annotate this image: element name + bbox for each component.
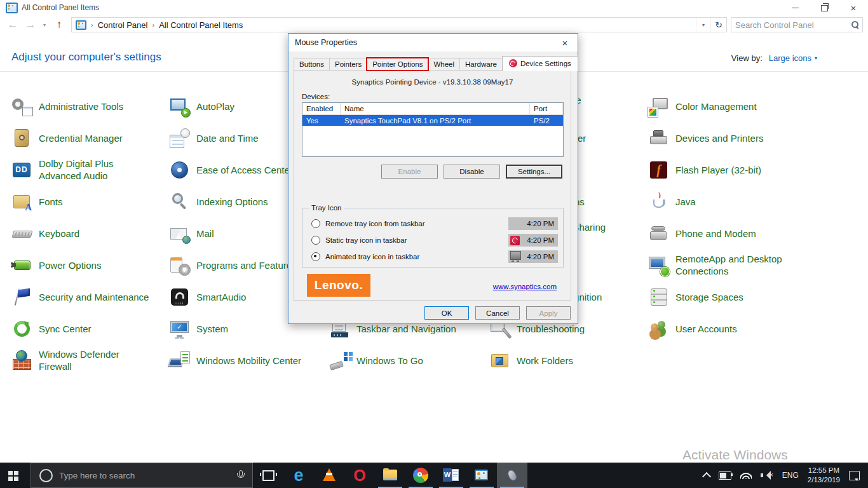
up-button[interactable]: ↑ bbox=[51, 15, 67, 34]
close-button[interactable]: × bbox=[839, 0, 868, 15]
tray-option-static-tray-icon-in-taskbar[interactable]: Static tray icon in taskbar4:20 PM bbox=[311, 234, 558, 247]
control-panel-item-windows-defender-firewall[interactable]: Windows Defender Firewall bbox=[11, 345, 169, 377]
task-view-button[interactable] bbox=[253, 463, 283, 488]
control-panel-item-label: Devices and Printers bbox=[675, 133, 763, 145]
control-panel-item-dolby-digital-plus-advanced-audio[interactable]: Dolby Digital Plus Advanced Audio bbox=[11, 154, 169, 186]
tab-pointer-options[interactable]: Pointer Options bbox=[367, 58, 428, 71]
taskbar-app-edge[interactable] bbox=[283, 463, 314, 488]
control-panel-item-windows-to-go[interactable]: Windows To Go bbox=[329, 345, 489, 377]
tab-buttons[interactable]: Buttons bbox=[294, 58, 330, 71]
control-panel-item-phone-and-modem[interactable]: Phone and Modem bbox=[648, 218, 815, 250]
enable-button[interactable]: Enable bbox=[381, 165, 438, 179]
phone-and-modem-icon bbox=[648, 223, 670, 245]
taskbar-app-cp[interactable] bbox=[466, 463, 497, 488]
action-center-button[interactable] bbox=[844, 463, 864, 488]
address-bar[interactable]: › Control Panel › All Control Panel Item… bbox=[71, 17, 727, 32]
control-panel-item-flash-player-32-bit[interactable]: Flash Player (32-bit) bbox=[648, 154, 815, 186]
microphone-icon[interactable] bbox=[236, 470, 245, 481]
taskbar-app-explorer[interactable] bbox=[375, 463, 405, 488]
control-panel-item-label: Power Options bbox=[39, 260, 101, 272]
taskbar-app-chrome[interactable] bbox=[405, 463, 436, 488]
wifi-status[interactable] bbox=[736, 463, 756, 488]
control-panel-item-fonts[interactable]: Fonts bbox=[11, 186, 169, 218]
task-view-icon bbox=[262, 470, 275, 481]
radio-checked[interactable] bbox=[311, 252, 320, 261]
apply-button[interactable]: Apply bbox=[526, 306, 571, 320]
chrome-icon bbox=[412, 467, 429, 484]
control-panel-item-color-management[interactable]: Color Management bbox=[648, 91, 815, 123]
tray-option-animated-tray-icon-in-taskbar[interactable]: Animated tray icon in taskbar4:20 PM bbox=[311, 250, 558, 263]
taskbar-apps bbox=[283, 463, 527, 488]
restore-button[interactable] bbox=[810, 0, 839, 15]
control-panel-item-administrative-tools[interactable]: Administrative Tools bbox=[11, 91, 169, 123]
back-button[interactable]: ← bbox=[4, 15, 22, 34]
synaptics-link[interactable]: www.synaptics.com bbox=[493, 283, 557, 290]
taskbar-app-word[interactable] bbox=[436, 463, 466, 488]
disable-button[interactable]: Disable bbox=[444, 165, 500, 179]
clock[interactable]: 12:55 PM 2/13/2019 bbox=[803, 463, 844, 488]
devices-list[interactable]: Enabled Name Port Yes Synaptics TouchPad… bbox=[302, 102, 564, 157]
mouse-icon bbox=[504, 467, 520, 484]
control-panel-item-windows-mobility-center[interactable]: Windows Mobility Center bbox=[169, 345, 329, 377]
control-panel-item-sync-center[interactable]: Sync Center bbox=[11, 313, 169, 345]
forward-button[interactable]: → bbox=[22, 15, 39, 34]
start-button[interactable] bbox=[0, 463, 31, 488]
control-panel-item-remoteapp-and-desktop-connections[interactable]: RemoteApp and Desktop Connections bbox=[648, 250, 815, 281]
tray-chevron-button[interactable] bbox=[699, 463, 714, 488]
control-panel-item-devices-and-printers[interactable]: Devices and Printers bbox=[648, 123, 815, 154]
date-and-time-icon bbox=[169, 128, 191, 149]
taskbar-search[interactable] bbox=[31, 463, 253, 488]
control-panel-item-power-options[interactable]: Power Options bbox=[11, 250, 169, 281]
driver-version-text: Synaptics Pointing Device - v19.3.10.38 … bbox=[294, 78, 571, 86]
tab-wheel[interactable]: Wheel bbox=[428, 58, 460, 71]
view-by-value[interactable]: Large icons bbox=[769, 53, 811, 63]
breadcrumb-icon bbox=[76, 20, 86, 30]
control-panel-item-label: Taskbar and Navigation bbox=[356, 323, 456, 336]
volume-status[interactable]: × bbox=[756, 463, 778, 488]
radio-unchecked[interactable] bbox=[311, 219, 320, 228]
address-dropdown-chevron[interactable]: ▾ bbox=[696, 18, 710, 32]
clock-time: 12:55 PM bbox=[808, 466, 840, 475]
language-indicator[interactable]: ENG bbox=[778, 463, 803, 488]
tab-hardware[interactable]: Hardware bbox=[459, 58, 503, 71]
dialog-titlebar[interactable]: Mouse Properties bbox=[288, 34, 578, 51]
control-panel-item-keyboard[interactable]: Keyboard bbox=[11, 218, 169, 250]
view-by-caret-icon[interactable]: ▾ bbox=[815, 55, 817, 61]
radio-unchecked[interactable] bbox=[311, 236, 320, 245]
breadcrumb-control-panel[interactable]: Control Panel bbox=[98, 20, 148, 30]
tab-pointers[interactable]: Pointers bbox=[329, 58, 367, 71]
taskbar-app-vlc[interactable] bbox=[314, 463, 344, 488]
taskbar-search-input[interactable] bbox=[53, 471, 236, 480]
control-panel-item-security-and-maintenance[interactable]: Security and Maintenance bbox=[11, 281, 169, 313]
taskbar-app-mouse[interactable] bbox=[497, 463, 527, 488]
control-panel-search[interactable] bbox=[731, 17, 863, 32]
minimize-button[interactable] bbox=[780, 0, 810, 15]
breadcrumb-all-items[interactable]: All Control Panel Items bbox=[159, 20, 243, 30]
device-settings-tab-page: Synaptics Pointing Device - v19.3.10.38 … bbox=[294, 70, 571, 301]
ok-button[interactable]: OK bbox=[424, 306, 469, 320]
column-enabled[interactable]: Enabled bbox=[302, 103, 341, 114]
cancel-button[interactable]: Cancel bbox=[475, 306, 520, 320]
control-panel-item-label: Dolby Digital Plus Advanced Audio bbox=[39, 158, 151, 182]
tray-option-remove-tray-icon-from-taskbar[interactable]: Remove tray icon from taskbar4:20 PM bbox=[311, 217, 558, 230]
control-panel-item-java[interactable]: Java bbox=[648, 186, 815, 218]
tab-device-settings[interactable]: Device Settings bbox=[502, 56, 578, 71]
opera-icon bbox=[351, 467, 368, 484]
taskbar-app-opera[interactable] bbox=[344, 463, 375, 488]
recent-pages-chevron[interactable]: ▾ bbox=[39, 15, 50, 34]
column-port[interactable]: Port bbox=[530, 103, 563, 114]
refresh-icon[interactable]: ↻ bbox=[710, 18, 726, 32]
control-panel-item-credential-manager[interactable]: Credential Manager bbox=[11, 123, 169, 154]
control-panel-item-storage-spaces[interactable]: Storage Spaces bbox=[648, 281, 815, 313]
device-row-selected[interactable]: Yes Synaptics TouchPad V8.1 on PS/2 Port… bbox=[302, 115, 563, 126]
settings-button[interactable]: Settings... bbox=[506, 165, 562, 179]
control-panel-item-user-accounts[interactable]: User Accounts bbox=[648, 313, 815, 345]
dialog-close-button[interactable]: × bbox=[552, 34, 578, 51]
search-input[interactable] bbox=[731, 20, 851, 30]
edge-icon bbox=[290, 467, 307, 484]
indexing-options-icon bbox=[169, 191, 191, 213]
battery-status[interactable] bbox=[714, 463, 736, 488]
control-panel-item-work-folders[interactable]: Work Folders bbox=[489, 345, 648, 377]
column-name[interactable]: Name bbox=[341, 103, 530, 114]
activate-windows-watermark: Activate Windows Go to Settings to activ… bbox=[682, 447, 818, 463]
